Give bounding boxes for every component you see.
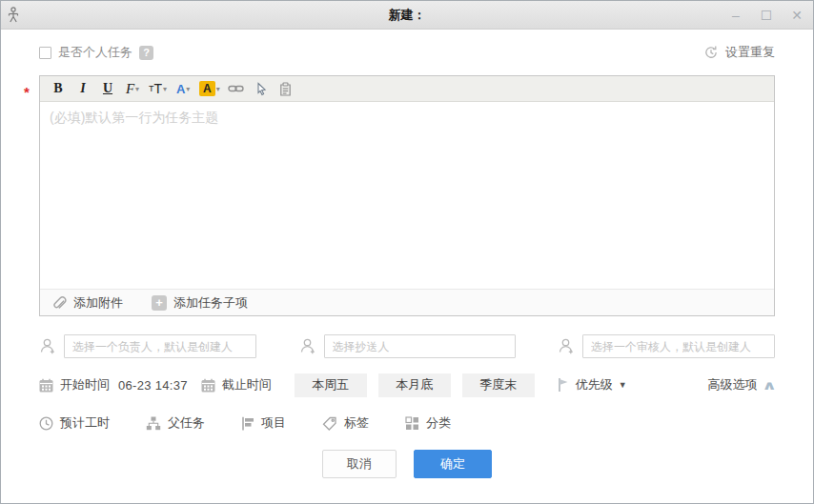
calendar-icon xyxy=(39,378,53,393)
estimate-hours-label: 预计工时 xyxy=(60,414,110,432)
font-size-button[interactable]: TT▾ xyxy=(147,78,169,99)
person-add-icon xyxy=(39,337,56,355)
caret-down-icon: ▾ xyxy=(216,85,220,93)
window-title: 新建： xyxy=(1,7,813,24)
due-time-label[interactable]: 截止时间 xyxy=(222,376,272,393)
estimate-hours-button[interactable]: 预计工时 xyxy=(39,414,110,432)
editor-toolbar: B I U F▾ TT▾ A▾ A▾ xyxy=(40,76,774,102)
bold-button[interactable]: B xyxy=(48,78,69,99)
italic-button[interactable]: I xyxy=(72,78,93,99)
cc-input[interactable] xyxy=(324,334,516,358)
caret-down-icon: ▾ xyxy=(163,85,167,93)
person-add-icon xyxy=(558,337,575,355)
priority-label: 优先级 xyxy=(576,376,613,393)
required-mark: * xyxy=(24,84,30,100)
quick-date-month-end-button[interactable]: 本月底 xyxy=(378,373,451,397)
paste-button[interactable] xyxy=(275,78,296,99)
caret-down-icon: ▾ xyxy=(186,85,190,93)
help-icon[interactable]: ? xyxy=(139,46,153,60)
caret-down-icon: ▼ xyxy=(619,380,627,390)
attach-bar: 添加附件 + 添加任务子项 xyxy=(40,289,774,315)
sitemap-icon xyxy=(146,416,161,431)
reviewer-input[interactable] xyxy=(582,334,775,358)
font-family-button[interactable]: F▾ xyxy=(122,78,143,99)
font-color-button[interactable]: A▾ xyxy=(173,78,193,99)
select-cursor-button[interactable] xyxy=(251,78,272,99)
tag-icon xyxy=(322,416,337,431)
set-repeat-button[interactable]: 设置重复 xyxy=(703,44,775,61)
quick-date-quarter-end-button[interactable]: 季度末 xyxy=(462,373,535,397)
clipboard-icon xyxy=(279,82,292,96)
cursor-icon xyxy=(254,82,268,96)
advanced-options-label: 高级选项 xyxy=(707,376,757,393)
insert-link-button[interactable] xyxy=(226,78,247,99)
paperclip-icon xyxy=(51,295,67,311)
dialog-content: 是否个人任务 ? 设置重复 * B I U F▾ TT▾ A▾ xyxy=(1,30,813,503)
person-add-icon xyxy=(299,337,316,355)
advanced-options-toggle[interactable]: 高级选项 ∧ xyxy=(707,376,775,393)
task-title-editor[interactable]: (必填)默认第一行为任务主题 xyxy=(40,102,774,289)
caret-down-icon: ▾ xyxy=(135,85,139,93)
underline-button[interactable]: U xyxy=(97,78,118,99)
cancel-button[interactable]: 取消 xyxy=(322,450,397,478)
minimize-button[interactable]: – xyxy=(727,7,744,24)
task-editor-panel: * B I U F▾ TT▾ A▾ A▾ xyxy=(39,75,775,316)
set-repeat-label: 设置重复 xyxy=(725,44,775,61)
grid-icon xyxy=(405,416,419,431)
project-button[interactable]: 项目 xyxy=(241,414,286,432)
maximize-button[interactable]: ☐ xyxy=(758,7,775,24)
editor-placeholder: (必填)默认第一行为任务主题 xyxy=(50,110,218,125)
add-attachment-button[interactable]: 添加附件 xyxy=(51,294,123,312)
add-subtask-button[interactable]: + 添加任务子项 xyxy=(152,294,248,312)
chevron-up-icon: ∧ xyxy=(763,378,778,393)
close-button[interactable]: ✕ xyxy=(788,7,805,24)
personal-task-checkbox[interactable] xyxy=(39,47,51,59)
link-icon xyxy=(228,83,244,94)
repeat-icon xyxy=(703,45,719,60)
flag-icon xyxy=(558,377,570,393)
parent-task-button[interactable]: 父任务 xyxy=(146,414,205,432)
project-icon xyxy=(241,416,254,431)
start-time-value[interactable]: 06-23 14:37 xyxy=(118,378,188,393)
category-button[interactable]: 分类 xyxy=(405,414,451,432)
new-task-dialog: 新建： – ☐ ✕ 是否个人任务 ? 设置重复 xyxy=(0,0,814,504)
tag-button[interactable]: 标签 xyxy=(322,414,369,432)
add-attachment-label: 添加附件 xyxy=(73,294,123,312)
tag-label: 标签 xyxy=(344,414,369,432)
parent-task-label: 父任务 xyxy=(168,414,205,432)
plus-icon: + xyxy=(152,295,167,311)
personal-task-label: 是否个人任务 xyxy=(58,44,132,61)
assignee-input[interactable] xyxy=(64,334,256,358)
priority-dropdown[interactable]: 优先级 ▼ xyxy=(558,376,627,393)
quick-date-friday-button[interactable]: 本周五 xyxy=(295,373,367,397)
clock-icon xyxy=(39,416,53,431)
highlight-color-button[interactable]: A▾ xyxy=(197,78,222,99)
calendar-icon xyxy=(201,378,215,393)
project-label: 项目 xyxy=(261,414,286,432)
add-subtask-label: 添加任务子项 xyxy=(173,294,248,312)
titlebar: 新建： – ☐ ✕ xyxy=(1,1,813,30)
category-label: 分类 xyxy=(426,414,451,432)
start-time-label[interactable]: 开始时间 xyxy=(60,376,110,393)
confirm-button[interactable]: 确定 xyxy=(414,450,492,478)
